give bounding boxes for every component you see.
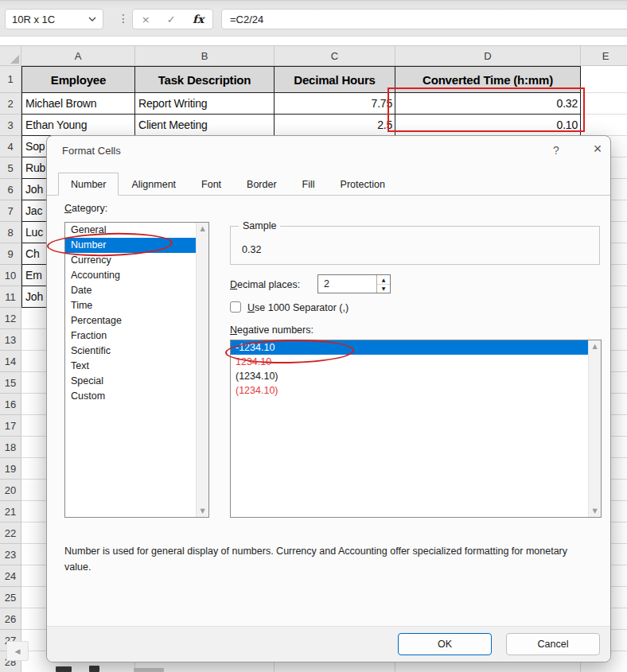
- negative-numbers-listbox[interactable]: -1234.101234.10(1234.10)(1234.10) ▲ ▼: [230, 340, 602, 518]
- column-header-C[interactable]: C: [275, 45, 395, 66]
- insert-function-icon[interactable]: fx: [193, 13, 204, 25]
- column-header-B[interactable]: B: [135, 45, 275, 66]
- row-header-6[interactable]: 6: [0, 179, 21, 200]
- cell-C2[interactable]: 7.75: [275, 93, 395, 115]
- name-box[interactable]: 10R x 1C: [5, 9, 103, 29]
- category-percentage[interactable]: Percentage: [65, 313, 208, 328]
- category-special[interactable]: Special: [65, 374, 208, 389]
- category-time[interactable]: Time: [65, 298, 208, 313]
- row-header-19[interactable]: 19: [0, 458, 21, 480]
- negative-format-option-2[interactable]: 1234.10: [231, 355, 601, 369]
- row-header-9[interactable]: 9: [0, 243, 21, 265]
- status-bar-icon: [134, 668, 164, 672]
- horizontal-scroll-left-button[interactable]: ◀: [6, 641, 29, 661]
- cell-C3[interactable]: 2.5: [275, 115, 395, 136]
- scroll-down-icon[interactable]: ▼: [200, 507, 204, 515]
- negative-format-option-3[interactable]: (1234.10): [231, 369, 601, 383]
- row-header-12[interactable]: 12: [0, 308, 21, 329]
- row-header-1[interactable]: 1: [0, 66, 21, 93]
- category-description: Number is used for general display of nu…: [64, 543, 596, 575]
- row-header-23[interactable]: 23: [0, 544, 21, 565]
- formula-input[interactable]: =C2/24: [221, 9, 627, 29]
- spin-up-icon[interactable]: ▲: [377, 275, 390, 285]
- column-header-D[interactable]: D: [395, 45, 581, 66]
- row-header-25[interactable]: 25: [0, 587, 21, 608]
- negative-numbers-label: Negative numbers:: [230, 324, 314, 336]
- scroll-up-icon[interactable]: ▲: [592, 343, 597, 350]
- sheet-row-2: 2Michael BrownReport Writing7.750.32: [0, 93, 627, 115]
- scroll-down-icon[interactable]: ▼: [592, 507, 597, 515]
- row-header-22[interactable]: 22: [0, 522, 21, 544]
- help-button[interactable]: ?: [547, 144, 566, 157]
- negative-numbers-scrollbar[interactable]: ▲ ▼: [588, 340, 601, 517]
- category-listbox[interactable]: GeneralNumberCurrencyAccountingDateTimeP…: [64, 222, 209, 518]
- decimal-places-stepper[interactable]: 2 ▲ ▼: [317, 274, 391, 293]
- row-header-10[interactable]: 10: [0, 265, 21, 286]
- cell-E2[interactable]: [581, 93, 627, 115]
- cell-C1[interactable]: Decimal Hours: [275, 66, 395, 93]
- category-scientific[interactable]: Scientific: [65, 344, 208, 359]
- row-header-15[interactable]: 15: [0, 372, 21, 394]
- cell-A2[interactable]: Michael Brown: [21, 93, 135, 115]
- tab-border[interactable]: Border: [234, 174, 290, 196]
- row-header-24[interactable]: 24: [0, 565, 21, 587]
- cell-D2[interactable]: 0.32: [395, 93, 581, 115]
- negative-format-option-4[interactable]: (1234.10): [231, 383, 601, 398]
- category-number[interactable]: Number: [65, 238, 208, 253]
- row-header-21[interactable]: 21: [0, 501, 21, 522]
- row-header-5[interactable]: 5: [0, 157, 21, 179]
- row-header-18[interactable]: 18: [0, 437, 21, 458]
- decimal-places-value: 2: [318, 275, 376, 293]
- cell-A3[interactable]: Ethan Young: [21, 115, 135, 136]
- row-header-2[interactable]: 2: [0, 93, 21, 115]
- row-header-11[interactable]: 11: [0, 286, 21, 308]
- category-date[interactable]: Date: [65, 283, 208, 298]
- tab-number[interactable]: Number: [58, 173, 119, 196]
- sample-label: Sample: [239, 220, 280, 231]
- row-header-16[interactable]: 16: [0, 394, 21, 415]
- category-fraction[interactable]: Fraction: [65, 328, 208, 344]
- row-header-3[interactable]: 3: [0, 115, 21, 136]
- use-1000-separator-checkbox[interactable]: [230, 301, 241, 313]
- category-general[interactable]: General: [65, 223, 208, 238]
- cell-E3[interactable]: [581, 115, 627, 136]
- close-icon[interactable]: ×: [586, 141, 609, 157]
- cancel-icon[interactable]: ×: [142, 14, 150, 25]
- sample-value: 0.32: [242, 244, 261, 255]
- cell-B2[interactable]: Report Writing: [135, 93, 275, 115]
- category-scrollbar[interactable]: ▲ ▼: [196, 223, 208, 517]
- tab-fill[interactable]: Fill: [290, 174, 328, 196]
- scroll-up-icon[interactable]: ▲: [200, 225, 204, 232]
- cell-D3[interactable]: 0.10: [395, 115, 581, 136]
- row-header-8[interactable]: 8: [0, 222, 21, 243]
- row-header-26[interactable]: 26: [0, 608, 21, 630]
- cell-B1[interactable]: Task Description: [135, 66, 275, 93]
- tab-font[interactable]: Font: [189, 174, 234, 196]
- cell-E1[interactable]: [581, 66, 627, 93]
- column-header-E[interactable]: E: [581, 45, 627, 66]
- row-header-17[interactable]: 17: [0, 415, 21, 437]
- row-header-13[interactable]: 13: [0, 329, 21, 351]
- chevron-down-icon[interactable]: [88, 17, 96, 21]
- ok-button[interactable]: OK: [398, 633, 492, 655]
- category-accounting[interactable]: Accounting: [65, 268, 208, 283]
- tab-protection[interactable]: Protection: [328, 174, 398, 196]
- cancel-button[interactable]: Cancel: [506, 633, 600, 655]
- category-text[interactable]: Text: [65, 359, 208, 374]
- category-custom[interactable]: Custom: [65, 389, 208, 404]
- row-header-20[interactable]: 20: [0, 480, 21, 501]
- column-header-A[interactable]: A: [21, 45, 135, 66]
- row-header-4[interactable]: 4: [0, 136, 21, 157]
- tab-alignment[interactable]: Alignment: [119, 174, 189, 196]
- negative-format-option-1[interactable]: -1234.10: [231, 340, 601, 355]
- enter-icon[interactable]: ✓: [167, 14, 176, 25]
- excel-window: 10R x 1C ⋮ × ✓ fx =C2/24 ABCDE 1Employee…: [0, 0, 627, 672]
- cell-B3[interactable]: Client Meeting: [135, 115, 275, 136]
- select-all-corner[interactable]: [0, 45, 21, 66]
- category-currency[interactable]: Currency: [65, 253, 208, 268]
- spin-down-icon[interactable]: ▼: [377, 285, 390, 293]
- cell-D1[interactable]: Converted Time (h:mm): [395, 66, 581, 93]
- row-header-14[interactable]: 14: [0, 351, 21, 372]
- row-header-7[interactable]: 7: [0, 200, 21, 222]
- cell-A1[interactable]: Employee: [21, 66, 135, 93]
